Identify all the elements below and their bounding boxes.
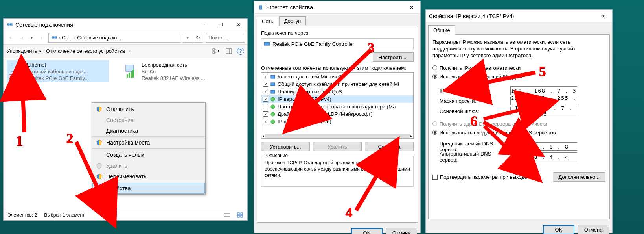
svg-line-39 <box>311 50 371 107</box>
annotation-arrows <box>0 0 644 234</box>
svg-line-40 <box>356 170 380 210</box>
svg-line-38 <box>76 142 100 193</box>
svg-line-42 <box>484 109 525 119</box>
svg-line-41 <box>480 72 535 84</box>
svg-line-37 <box>23 93 24 132</box>
